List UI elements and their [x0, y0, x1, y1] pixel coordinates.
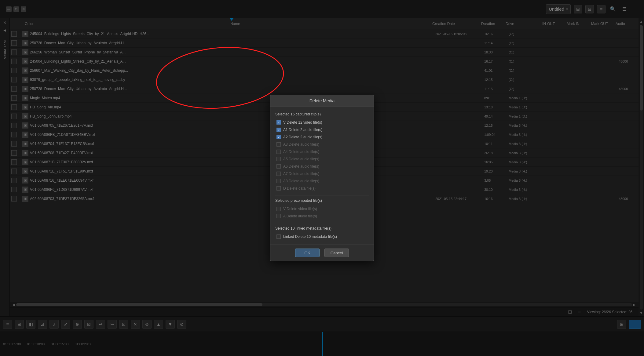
check-a2[interactable]	[276, 135, 281, 139]
linked-label: Selected 10 linked metadata file(s)	[275, 226, 369, 231]
check-label-d: D Delete data file(s)	[283, 186, 316, 191]
check-a6	[276, 164, 281, 169]
linked-check-row[interactable]: Linked Delete 10 metadata file(s)	[275, 233, 369, 240]
check-a7	[276, 172, 281, 176]
check-pv	[276, 207, 281, 211]
check-label-a3: A3 Delete audio file(s)	[283, 142, 319, 147]
captured-check-row-a4[interactable]: A4 Delete audio file(s)	[275, 148, 369, 155]
check-label-a6: A6 Delete audio file(s)	[283, 164, 319, 169]
precomputed-label: Selected precomputed file(s)	[275, 198, 369, 203]
captured-check-row-a7[interactable]: A7 Delete audio file(s)	[275, 170, 369, 177]
check-a1[interactable]	[276, 128, 281, 132]
check-label-a5: A5 Delete audio file(s)	[283, 157, 319, 161]
check-d	[276, 186, 281, 191]
captured-check-row-a5[interactable]: A5 Delete audio file(s)	[275, 155, 369, 163]
divider-2	[275, 223, 369, 223]
check-label-pa: A Delete audio file(s)	[283, 214, 317, 218]
precomputed-check-row-pa[interactable]: A Delete audio file(s)	[275, 213, 369, 220]
captured-check-row-a8[interactable]: A8 Delete audio file(s)	[275, 177, 369, 185]
check-a5	[276, 157, 281, 161]
check-label-a7: A7 Delete audio file(s)	[283, 172, 319, 176]
selected-captured-label: Selected 16 captured clip(s)	[275, 112, 369, 116]
check-label-a2: A2 Delete 2 audio file(s)	[283, 135, 322, 139]
captured-check-row-a2[interactable]: A2 Delete 2 audio file(s)	[275, 133, 369, 141]
check-label-a8: A8 Delete audio file(s)	[283, 179, 319, 183]
dialog-title: Delete Media	[270, 95, 374, 107]
captured-checks-container: V Delete 12 video file(s) A1 Delete 2 au…	[275, 119, 369, 192]
check-label-a4: A4 Delete audio file(s)	[283, 150, 319, 154]
modal-overlay: Delete Media Selected 16 captured clip(s…	[0, 0, 644, 356]
delete-media-dialog: Delete Media Selected 16 captured clip(s…	[270, 95, 374, 261]
captured-check-row-a1[interactable]: A1 Delete 2 audio file(s)	[275, 126, 369, 133]
precomputed-checks-container: V Delete video file(s) A Delete audio fi…	[275, 205, 369, 220]
precomputed-check-row-pv[interactable]: V Delete video file(s)	[275, 205, 369, 213]
dialog-footer: OK Cancel	[270, 245, 374, 261]
linked-checkbox[interactable]	[276, 234, 281, 239]
check-label-pv: V Delete video file(s)	[283, 207, 317, 211]
linked-check-label: Linked Delete 10 metadata file(s)	[283, 234, 337, 239]
captured-check-row-d[interactable]: D Delete data file(s)	[275, 185, 369, 192]
captured-check-row-v[interactable]: V Delete 12 video file(s)	[275, 119, 369, 126]
divider-1	[275, 195, 369, 195]
check-label-v: V Delete 12 video file(s)	[283, 120, 322, 125]
ok-button[interactable]: OK	[295, 249, 320, 257]
check-a8	[276, 179, 281, 183]
check-v[interactable]	[276, 120, 281, 125]
check-a3	[276, 142, 281, 147]
check-label-a1: A1 Delete 2 audio file(s)	[283, 128, 322, 132]
red-circle-annotation	[153, 42, 287, 114]
cancel-button[interactable]: Cancel	[324, 249, 349, 257]
dialog-body: Selected 16 captured clip(s) V Delete 12…	[270, 107, 374, 245]
check-pa	[276, 214, 281, 218]
captured-check-row-a6[interactable]: A6 Delete audio file(s)	[275, 163, 369, 170]
check-a4	[276, 150, 281, 154]
captured-check-row-a3[interactable]: A3 Delete audio file(s)	[275, 141, 369, 148]
